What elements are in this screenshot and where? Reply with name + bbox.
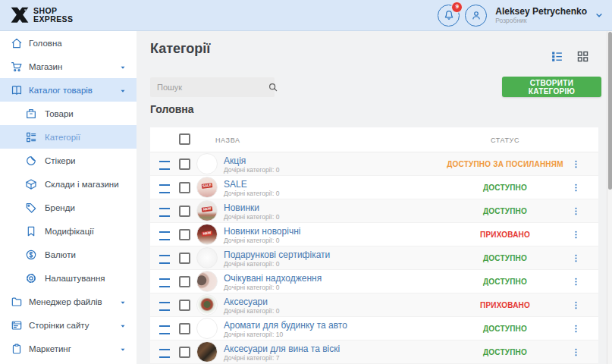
category-name-link[interactable]: Аромати для будинку та авто (224, 320, 347, 331)
search-input[interactable] (150, 83, 268, 92)
category-thumbnail: NEW (196, 224, 218, 245)
row-menu-button[interactable] (569, 246, 582, 270)
row-checkbox[interactable] (179, 206, 190, 217)
sidebar-item-dollar[interactable]: Валюти (0, 243, 137, 266)
row-checkbox[interactable] (179, 182, 190, 193)
sidebar-item-gear[interactable]: Налаштування (0, 266, 137, 290)
gear-icon (25, 272, 37, 284)
category-name-link[interactable]: Новинки новорічні (224, 226, 300, 237)
marketing-icon (11, 343, 23, 355)
drag-handle-icon[interactable] (159, 184, 170, 193)
folder-icon (11, 296, 23, 308)
categories-table: НАЗВА СТАТУС Акція Дочірні категорії: 0 … (150, 127, 598, 364)
sidebar-item-categories[interactable]: Категорії (0, 125, 137, 149)
sidebar-item-marketing[interactable]: Маркетинг (0, 337, 137, 360)
row-menu-button[interactable] (569, 176, 582, 199)
book-icon (11, 84, 23, 96)
section-title: Головна (150, 103, 194, 115)
list-view-icon[interactable] (551, 50, 563, 63)
row-checkbox[interactable] (179, 158, 190, 170)
sidebar-item-cart[interactable]: Магазин (0, 55, 137, 78)
grid-view-icon[interactable] (576, 50, 589, 63)
category-name-link[interactable]: Аксесуари (224, 297, 268, 307)
view-toggles (551, 50, 589, 63)
category-thumbnail (196, 294, 218, 315)
chevron-down-icon (119, 64, 127, 71)
category-row: Аксесуари для вина та віскі Дочірні кате… (150, 340, 598, 364)
profile-button[interactable] (465, 5, 487, 27)
main-content: Категорії СТВОРИТИ КАТЕГОРІЮ Головна НАЗ… (137, 31, 612, 364)
category-name-link[interactable]: Подарункові сертифікати (224, 249, 330, 260)
page-scrollbar[interactable] (607, 31, 612, 364)
sidebar-item-pages[interactable]: Сторінки сайту (0, 313, 137, 337)
cube-icon (25, 178, 37, 190)
column-header-status: СТАТУС (414, 136, 596, 144)
drag-handle-icon[interactable] (159, 231, 170, 240)
drag-handle-icon[interactable] (159, 302, 170, 311)
row-menu-button[interactable] (569, 152, 582, 176)
categories-icon (25, 131, 37, 143)
thumbnail-tag: SALE (202, 183, 213, 189)
category-children-count: Дочірні категорії: 7 (224, 354, 279, 362)
sidebar-item-cube[interactable]: Склади і магазини (0, 172, 137, 196)
category-thumbnail (196, 271, 218, 292)
drag-handle-icon[interactable] (159, 161, 170, 170)
chevron-down-icon (119, 322, 127, 330)
category-children-count: Дочірні категорії: 0 (224, 307, 279, 315)
row-checkbox[interactable] (179, 276, 190, 287)
user-role: Розробник (495, 17, 587, 24)
search-icon[interactable] (268, 82, 278, 93)
sidebar-item-package[interactable]: Товари (0, 102, 137, 125)
category-name-link[interactable]: Очікувані надходження (224, 273, 322, 284)
category-name-link[interactable]: Аксесуари для вина та віскі (224, 344, 340, 354)
category-name-link[interactable]: SALE (224, 179, 247, 190)
category-name-link[interactable]: Акція (224, 155, 246, 166)
bookmark-icon (25, 225, 37, 237)
row-menu-button[interactable] (569, 223, 582, 246)
sidebar-item-home[interactable]: Головна (0, 31, 137, 55)
sidebar-item-folder[interactable]: Менеджер файлів (0, 290, 137, 313)
category-children-count: Дочірні категорії: 0 (224, 260, 279, 268)
package-icon (25, 108, 37, 120)
row-checkbox[interactable] (179, 323, 190, 334)
create-category-button[interactable]: СТВОРИТИ КАТЕГОРІЮ (502, 77, 601, 97)
drag-handle-icon[interactable] (159, 208, 170, 217)
drag-handle-icon[interactable] (159, 325, 170, 334)
profile-chevron-down-icon[interactable] (594, 10, 604, 20)
category-name-link[interactable]: Новинки (224, 202, 259, 213)
sidebar-item-tag[interactable]: Бренди (0, 196, 137, 219)
drag-handle-icon[interactable] (159, 255, 170, 264)
user-name: Aleksey Petrychenko (495, 7, 587, 17)
chevron-down-icon (119, 299, 127, 306)
row-menu-button[interactable] (569, 270, 582, 293)
user-icon (470, 9, 482, 21)
row-checkbox[interactable] (179, 347, 190, 358)
row-checkbox[interactable] (179, 253, 190, 264)
select-all-checkbox[interactable] (179, 133, 190, 145)
sidebar-item-book[interactable]: Каталог товарів (0, 78, 137, 102)
chevron-down-icon (119, 87, 127, 95)
row-menu-button[interactable] (569, 199, 582, 223)
category-thumbnail (196, 247, 218, 268)
row-checkbox[interactable] (179, 300, 190, 311)
search-box (150, 77, 275, 97)
home-icon (11, 37, 23, 49)
category-children-count: Дочірні категорії: 0 (224, 213, 279, 221)
row-menu-button[interactable] (569, 317, 582, 340)
row-menu-button[interactable] (569, 340, 582, 364)
category-thumbnail: SALE (196, 177, 218, 198)
drag-handle-icon[interactable] (159, 349, 170, 358)
row-checkbox[interactable] (179, 229, 190, 240)
scrollbar-thumb[interactable] (608, 32, 612, 190)
sticker-icon (25, 155, 37, 167)
category-children-count: Дочірні категорії: 0 (224, 166, 279, 174)
category-children-count: Дочірні категорії: 0 (224, 237, 279, 244)
row-menu-button[interactable] (569, 293, 582, 317)
sidebar-item-bookmark[interactable]: Модифікації (0, 219, 137, 243)
app-header: SHOP EXPRESS 9 Aleksey Petrychenko Розро… (0, 0, 612, 31)
category-row: Аксесуари Дочірні категорії: 0 ПРИХОВАНО (150, 293, 598, 317)
drag-handle-icon[interactable] (159, 278, 170, 287)
sidebar-item-sticker[interactable]: Стікери (0, 149, 137, 172)
page-title: Категорії (150, 41, 210, 57)
pages-icon (11, 319, 23, 331)
